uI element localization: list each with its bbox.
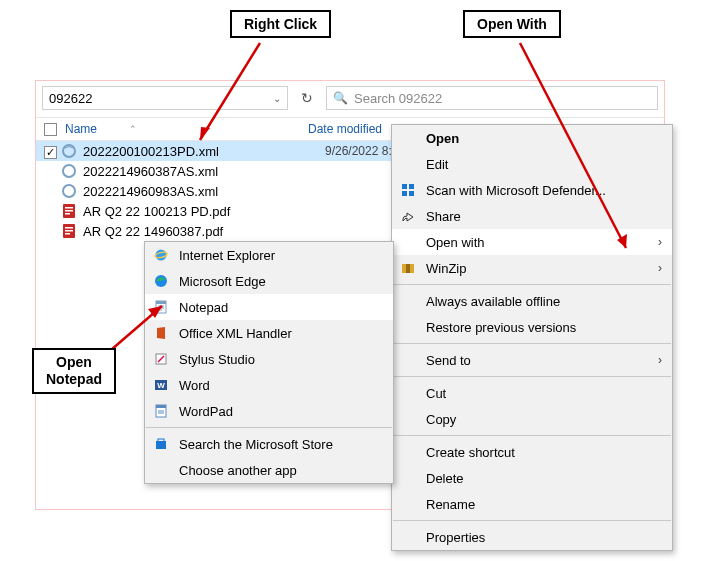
file-name: AR Q2 22 100213 PD.pdf — [83, 204, 230, 219]
chevron-right-icon: › — [658, 235, 662, 249]
search-icon: 🔍 — [333, 91, 348, 105]
explorer-window: 092622 ⌄ ↻ 🔍 Search 092622 Name ⌃ Date m… — [35, 80, 665, 510]
annotation-right-click: Right Click — [230, 10, 331, 38]
annotation-open-with: Open With — [463, 10, 561, 38]
openwith-notepad[interactable]: Notepad — [145, 294, 393, 320]
share-icon — [400, 208, 416, 224]
chevron-right-icon: › — [658, 353, 662, 367]
chevron-right-icon: › — [658, 261, 662, 275]
row-checkbox[interactable] — [44, 146, 57, 159]
svg-rect-15 — [65, 230, 73, 232]
file-name: AR Q2 22 14960387.pdf — [83, 224, 223, 239]
xml-file-icon — [61, 143, 77, 159]
ctx-open-with[interactable]: Open with › — [392, 229, 672, 255]
search-input[interactable]: 🔍 Search 092622 — [326, 86, 658, 110]
ctx-edit[interactable]: Edit — [392, 151, 672, 177]
search-placeholder: Search 092622 — [354, 91, 442, 106]
toolbar: 092622 ⌄ ↻ 🔍 Search 092622 — [36, 81, 664, 115]
svg-text:W: W — [157, 381, 165, 390]
openwith-search-store[interactable]: Search the Microsoft Store — [145, 431, 393, 457]
stylus-icon — [153, 351, 169, 367]
openwith-stylus[interactable]: Stylus Studio — [145, 346, 393, 372]
file-name: 2022214960387AS.xml — [83, 164, 218, 179]
ctx-always-offline[interactable]: Always available offline — [392, 288, 672, 314]
winzip-icon — [400, 260, 416, 276]
svg-point-23 — [156, 250, 167, 261]
ie-icon — [153, 247, 169, 263]
notepad-icon — [153, 299, 169, 315]
ctx-rename[interactable]: Rename — [392, 491, 672, 517]
svg-rect-16 — [65, 233, 70, 235]
svg-rect-14 — [65, 227, 73, 229]
openwith-edge[interactable]: Microsoft Edge — [145, 268, 393, 294]
address-value: 092622 — [49, 91, 92, 106]
office-icon — [153, 325, 169, 341]
ctx-delete[interactable]: Delete — [392, 465, 672, 491]
svg-point-7 — [63, 165, 75, 177]
svg-point-8 — [63, 185, 75, 197]
context-menu-main: Open Edit Scan with Microsoft Defender..… — [391, 124, 673, 551]
address-bar[interactable]: 092622 ⌄ — [42, 86, 288, 110]
svg-rect-19 — [402, 191, 407, 196]
word-icon: W — [153, 377, 169, 393]
svg-rect-17 — [402, 184, 407, 189]
header-name[interactable]: Name ⌃ — [36, 122, 304, 136]
ctx-properties[interactable]: Properties — [392, 524, 672, 550]
shield-icon — [400, 182, 416, 198]
ctx-create-shortcut[interactable]: Create shortcut — [392, 439, 672, 465]
select-all-checkbox[interactable] — [44, 123, 57, 136]
svg-rect-18 — [409, 184, 414, 189]
refresh-button[interactable]: ↻ — [294, 86, 320, 110]
pdf-file-icon — [61, 223, 77, 239]
openwith-word[interactable]: W Word — [145, 372, 393, 398]
xml-file-icon — [61, 183, 77, 199]
file-name: 2022214960983AS.xml — [83, 184, 218, 199]
svg-rect-27 — [156, 301, 166, 304]
pdf-file-icon — [61, 203, 77, 219]
xml-file-icon — [61, 163, 77, 179]
ctx-restore-versions[interactable]: Restore previous versions — [392, 314, 672, 340]
svg-rect-11 — [65, 210, 73, 212]
store-icon — [153, 436, 169, 452]
svg-rect-35 — [156, 405, 166, 408]
openwith-wordpad[interactable]: WordPad — [145, 398, 393, 424]
edge-icon — [153, 273, 169, 289]
openwith-choose-another[interactable]: Choose another app — [145, 457, 393, 483]
svg-rect-22 — [406, 264, 410, 273]
svg-rect-20 — [409, 191, 414, 196]
ctx-send-to[interactable]: Send to › — [392, 347, 672, 373]
annotation-open-notepad: OpenNotepad — [32, 348, 116, 394]
openwith-office-xml[interactable]: Office XML Handler — [145, 320, 393, 346]
ctx-winzip[interactable]: WinZip › — [392, 255, 672, 281]
file-name: 2022200100213PD.xml — [83, 144, 219, 159]
ctx-open[interactable]: Open — [392, 125, 672, 151]
openwith-ie[interactable]: Internet Explorer — [145, 242, 393, 268]
ctx-share[interactable]: Share — [392, 203, 672, 229]
context-menu-openwith: Internet Explorer Microsoft Edge Notepad… — [144, 241, 394, 484]
svg-rect-12 — [65, 213, 70, 215]
chevron-down-icon[interactable]: ⌄ — [273, 93, 281, 104]
wordpad-icon — [153, 403, 169, 419]
svg-rect-39 — [158, 439, 164, 442]
sort-caret-icon: ⌃ — [129, 124, 137, 134]
ctx-scan[interactable]: Scan with Microsoft Defender... — [392, 177, 672, 203]
ctx-copy[interactable]: Copy — [392, 406, 672, 432]
ctx-cut[interactable]: Cut — [392, 380, 672, 406]
svg-rect-10 — [65, 207, 73, 209]
